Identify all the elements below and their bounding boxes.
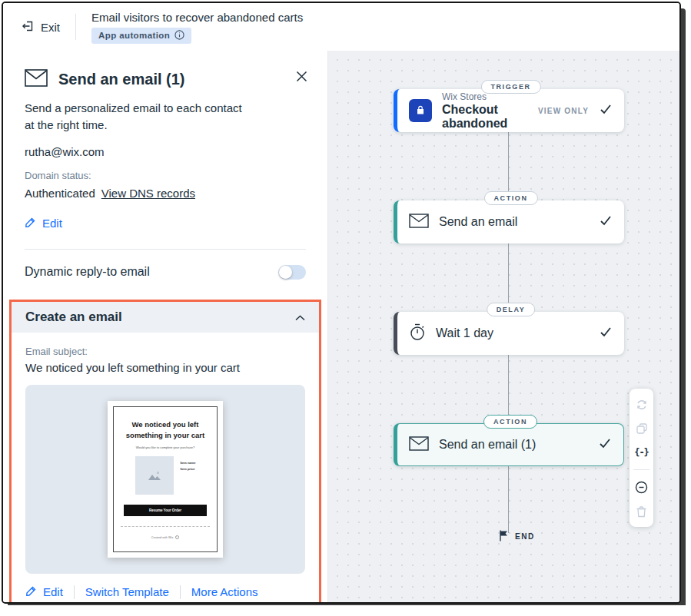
duplicate-icon[interactable]: [635, 422, 648, 435]
email-preview-card: We noticed you left something in your ca…: [108, 401, 223, 558]
node-type-pill: DELAY: [487, 303, 536, 316]
app-window: Exit Email visitors to recover abandoned…: [2, 2, 681, 604]
exit-icon: [22, 20, 34, 35]
flag-icon: [499, 530, 508, 543]
checkmark-icon: [600, 104, 612, 118]
preview-footer-text: Created with Wix: [151, 536, 174, 539]
preview-resume-button: Resume Your Order: [124, 505, 207, 516]
create-email-section: Create an email Email subject: We notice…: [9, 300, 321, 603]
flow-end-marker: END: [499, 530, 535, 543]
wix-stores-icon: [409, 99, 432, 122]
close-icon[interactable]: [296, 71, 307, 85]
dynamic-reply-label: Dynamic reply-to email: [25, 265, 150, 279]
node-title: Checkout abandoned: [442, 103, 528, 131]
create-email-title: Create an email: [25, 310, 122, 325]
preview-item-line2: Item price: [181, 466, 196, 472]
end-label: END: [515, 532, 535, 541]
checkmark-icon: [600, 326, 612, 340]
deactivate-icon[interactable]: [635, 481, 648, 494]
trigger-node-checkout-abandoned[interactable]: TRIGGER Wix Stores Checkout abandoned VI…: [394, 89, 624, 132]
preview-footer-icon: [175, 535, 179, 539]
node-type-pill: ACTION: [483, 191, 537, 205]
image-placeholder-icon: [135, 456, 174, 495]
node-type-pill: ACTION: [483, 415, 537, 429]
automation-flow-canvas[interactable]: TRIGGER Wix Stores Checkout abandoned VI…: [328, 51, 679, 602]
create-email-accordion-header[interactable]: Create an email: [12, 302, 319, 333]
action-node-send-email-1-selected[interactable]: ACTION Send an email (1): [394, 423, 624, 466]
email-template-preview[interactable]: We noticed you left something in your ca…: [25, 385, 305, 574]
actions-separator: [180, 585, 181, 599]
edit-template-button[interactable]: Edit: [25, 585, 63, 599]
timer-icon: [409, 323, 426, 344]
action-node-send-email[interactable]: ACTION Send an email: [394, 200, 624, 243]
view-only-label: VIEW ONLY: [538, 107, 589, 115]
email-icon: [409, 214, 429, 231]
preview-title: We noticed you left something in your ca…: [120, 419, 211, 442]
email-icon: [25, 69, 48, 90]
actions-separator: [74, 585, 75, 599]
view-dns-records-link[interactable]: View DNS records: [101, 187, 195, 200]
app-automation-badge[interactable]: App automation: [91, 28, 191, 44]
edit-sender-label: Edit: [42, 217, 62, 230]
node-title: Send an email: [439, 215, 590, 229]
node-toolbar: {-}: [630, 389, 653, 527]
panel-title: Send an email (1): [58, 71, 185, 88]
exit-label: Exit: [41, 21, 60, 34]
chevron-up-icon: [295, 310, 305, 324]
edit-sender-button[interactable]: Edit: [3, 217, 327, 230]
replace-icon[interactable]: [635, 398, 648, 411]
more-actions-label: More Actions: [191, 585, 258, 598]
domain-status-value: Authenticated: [25, 187, 95, 200]
switch-template-label: Switch Template: [85, 585, 169, 598]
top-bar: Exit Email visitors to recover abandoned…: [3, 3, 679, 51]
email-subject-label: Email subject:: [25, 346, 305, 357]
preview-subtitle: Would you like to complete your purchase…: [136, 445, 194, 449]
reply-to-email-value: rutha@wix.com: [3, 145, 327, 158]
toolbar-divider: [633, 469, 649, 470]
email-icon: [409, 436, 429, 454]
header-divider: [75, 14, 76, 40]
delay-node-wait-1-day[interactable]: DELAY Wait 1 day: [394, 312, 624, 355]
node-title: Wait 1 day: [436, 326, 590, 340]
domain-status-label: Domain status:: [3, 170, 327, 181]
checkmark-icon: [599, 438, 611, 452]
trash-icon[interactable]: [635, 505, 648, 518]
switch-template-button[interactable]: Switch Template: [85, 585, 169, 598]
automation-title: Email visitors to recover abandoned cart…: [91, 11, 303, 24]
info-icon[interactable]: [174, 30, 184, 41]
dynamic-reply-toggle[interactable]: [278, 265, 306, 280]
preview-divider: [121, 526, 210, 527]
node-type-pill: TRIGGER: [480, 80, 540, 94]
exit-button[interactable]: Exit: [22, 20, 60, 35]
edit-template-label: Edit: [43, 585, 63, 598]
preview-item-line1: Item name: [181, 460, 196, 466]
code-braces-icon[interactable]: {-}: [635, 445, 648, 459]
settings-panel: Send an email (1) Send a personalized em…: [3, 51, 328, 602]
badge-label: App automation: [98, 31, 170, 40]
more-actions-button[interactable]: More Actions: [191, 585, 258, 598]
section-divider: [25, 249, 306, 250]
email-subject-value: We noticed you left something in your ca…: [25, 361, 305, 374]
pencil-icon: [25, 217, 36, 230]
panel-description: Send a personalized email to each contac…: [3, 100, 264, 134]
node-title: Send an email (1): [439, 438, 589, 452]
pencil-icon: [25, 585, 37, 599]
checkmark-icon: [600, 215, 612, 229]
